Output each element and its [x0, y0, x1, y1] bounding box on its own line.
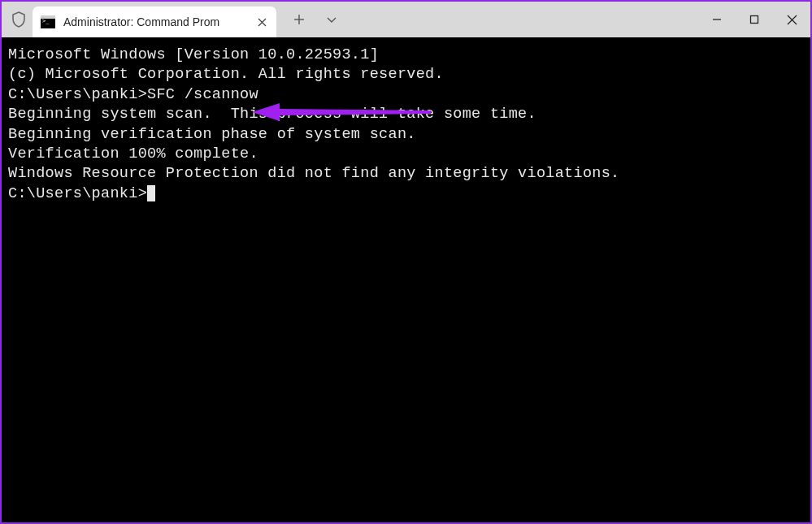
minimize-button[interactable] — [698, 2, 736, 37]
close-tab-button[interactable] — [255, 15, 268, 28]
title-bar-left — [2, 2, 28, 37]
terminal-line: Beginning verification phase of system s… — [8, 125, 804, 145]
prompt-command: SFC /scannow — [147, 86, 258, 103]
tab-title: Administrator: Command Prom — [63, 15, 219, 28]
active-tab[interactable]: Administrator: Command Prom — [33, 6, 276, 37]
prompt-path: C:\Users\panki> — [8, 86, 147, 103]
terminal-line: (c) Microsoft Corporation. All rights re… — [8, 65, 804, 84]
terminal-prompt-line: C:\Users\panki>SFC /scannow — [8, 85, 804, 105]
shield-icon — [10, 11, 28, 28]
terminal-icon — [41, 15, 55, 28]
terminal-line: Windows Resource Protection did not find… — [8, 164, 804, 184]
svg-rect-5 — [751, 16, 758, 24]
terminal-window: Administrator: Command Prom — [0, 0, 812, 524]
terminal-output[interactable]: Microsoft Windows [Version 10.0.22593.1]… — [2, 37, 810, 522]
terminal-line: Verification 100% complete. — [8, 145, 804, 164]
close-window-button[interactable] — [773, 2, 810, 37]
terminal-line: Microsoft Windows [Version 10.0.22593.1] — [8, 45, 804, 65]
cursor-icon — [147, 185, 155, 201]
tab-controls — [276, 2, 340, 37]
new-tab-button[interactable] — [291, 2, 307, 37]
window-controls — [698, 2, 810, 37]
tab-dropdown-button[interactable] — [323, 2, 340, 37]
maximize-button[interactable] — [736, 2, 773, 37]
title-bar[interactable]: Administrator: Command Prom — [2, 2, 810, 37]
terminal-prompt-line: C:\Users\panki> — [8, 184, 804, 204]
prompt-path: C:\Users\panki> — [8, 185, 147, 202]
terminal-line: Beginning system scan. This process will… — [8, 105, 804, 124]
